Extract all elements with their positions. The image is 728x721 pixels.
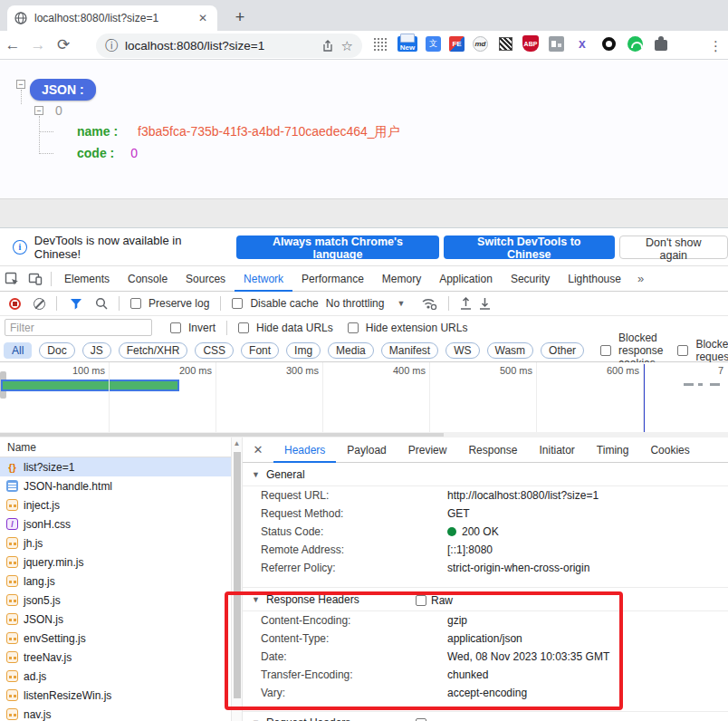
collapse-root-icon[interactable]: −	[16, 80, 25, 89]
type-filter-font[interactable]: Font	[241, 342, 279, 359]
type-filter-media[interactable]: Media	[328, 342, 374, 359]
request-row[interactable]: ad.js	[0, 667, 231, 686]
vertical-scrollbar[interactable]: ▲	[231, 437, 243, 721]
type-filter-other[interactable]: Other	[541, 342, 584, 359]
import-har-icon[interactable]	[460, 297, 472, 310]
hide-data-urls-checkbox[interactable]	[238, 322, 249, 333]
record-network-log-button[interactable]	[9, 298, 21, 310]
detail-tab-cookies[interactable]: Cookies	[639, 437, 700, 463]
request-row[interactable]: jquery.min.js	[0, 553, 231, 572]
json-root-node[interactable]: JSON :	[30, 79, 96, 101]
green-extension-icon[interactable]	[626, 34, 644, 53]
detail-tab-response[interactable]: Response	[457, 437, 528, 463]
devtools-tab-console[interactable]: Console	[119, 266, 177, 292]
name-column-header[interactable]: Name	[0, 437, 231, 457]
search-network-icon[interactable]	[95, 297, 108, 310]
adblock-extension-icon[interactable]: ABP	[522, 35, 539, 52]
network-conditions-icon[interactable]	[421, 297, 437, 310]
more-tabs-button[interactable]: »	[630, 272, 651, 285]
dont-show-again-button[interactable]: Don't show again	[619, 236, 728, 259]
qr-extension-icon[interactable]	[371, 34, 389, 53]
request-row[interactable]: jh.js	[0, 534, 231, 553]
detail-tab-headers[interactable]: Headers	[273, 437, 336, 463]
hide-extension-urls-checkbox[interactable]	[348, 322, 359, 333]
request-row[interactable]: {}list?size=1	[0, 457, 231, 476]
devtools-tab-elements[interactable]: Elements	[55, 266, 119, 292]
type-filter-ws[interactable]: WS	[445, 342, 479, 359]
filter-funnel-icon[interactable]	[70, 298, 82, 310]
request-row[interactable]: lang.js	[0, 572, 231, 591]
devtools-tab-performance[interactable]: Performance	[292, 266, 373, 292]
invert-checkbox[interactable]	[170, 322, 181, 333]
site-info-icon[interactable]: ⓘ	[105, 38, 118, 54]
devtools-tab-security[interactable]: Security	[502, 266, 559, 292]
request-row[interactable]: inject.js	[0, 495, 231, 514]
address-bar[interactable]: ⓘ localhost:8080/list?size=1 ☆	[96, 34, 362, 58]
browser-tab[interactable]: localhost:8080/list?size=1 ✕	[7, 5, 217, 31]
fe-extension-icon[interactable]: FE	[449, 36, 465, 52]
type-filter-css[interactable]: CSS	[195, 342, 234, 359]
back-icon[interactable]: ←	[0, 36, 25, 54]
devtools-tab-network[interactable]: Network	[235, 266, 292, 292]
response-headers-section-header[interactable]: ▼ Response Headers Raw	[243, 588, 728, 611]
detail-tab-payload[interactable]: Payload	[336, 437, 397, 463]
x-extension-icon[interactable]: x	[573, 34, 591, 53]
forward-icon[interactable]: →	[25, 36, 51, 54]
device-toolbar-icon[interactable]	[24, 267, 47, 291]
devtools-tab-memory[interactable]: Memory	[373, 266, 430, 292]
collapse-item-icon[interactable]: −	[34, 106, 43, 115]
switch-chinese-button[interactable]: Switch DevTools to Chinese	[444, 236, 615, 259]
network-overview-timeline[interactable]: 100 ms200 ms300 ms400 ms500 ms600 ms7	[0, 362, 728, 432]
raw-checkbox[interactable]	[416, 595, 426, 606]
new-tab-button[interactable]: +	[228, 5, 252, 29]
type-filter-fetch-xhr[interactable]: Fetch/XHR	[119, 342, 188, 359]
detail-tab-preview[interactable]: Preview	[398, 437, 458, 463]
detail-tab-timing[interactable]: Timing	[586, 437, 640, 463]
preserve-log-checkbox[interactable]	[130, 298, 141, 309]
request-row[interactable]: JSON.js	[0, 610, 231, 629]
devtools-tab-application[interactable]: Application	[430, 266, 502, 292]
type-filter-doc[interactable]: Doc	[39, 342, 74, 359]
bookmark-star-icon[interactable]: ☆	[341, 38, 353, 54]
filter-input[interactable]	[5, 319, 152, 336]
request-row[interactable]: /jsonH.css	[0, 514, 231, 534]
blocked-cookies-checkbox[interactable]	[600, 345, 611, 356]
throttling-dropdown[interactable]: No throttling ▼	[326, 297, 406, 310]
disable-cache-checkbox[interactable]	[232, 298, 243, 309]
devtools-tab-lighthouse[interactable]: Lighthouse	[559, 266, 630, 292]
close-details-icon[interactable]: ✕	[243, 443, 273, 457]
request-row[interactable]: treeNav.js	[0, 648, 231, 667]
reload-icon[interactable]: ⟳	[51, 35, 76, 54]
type-filter-img[interactable]: Img	[286, 342, 321, 359]
extensions-puzzle-icon[interactable]	[652, 34, 670, 53]
address-url[interactable]: localhost:8080/list?size=1	[125, 39, 314, 53]
general-section-header[interactable]: ▼ General	[243, 463, 728, 486]
scroll-up-icon[interactable]: ▲	[232, 439, 242, 447]
type-filter-js[interactable]: JS	[82, 342, 111, 359]
request-row[interactable]: nav.js	[0, 705, 231, 721]
request-row[interactable]: JSON-handle.html	[0, 476, 231, 495]
scrollbar-thumb[interactable]	[0, 433, 444, 437]
match-language-button[interactable]: Always match Chrome's language	[236, 236, 439, 259]
share-icon[interactable]	[321, 40, 334, 53]
export-har-icon[interactable]	[479, 297, 491, 310]
gray-extension-icon[interactable]	[547, 34, 565, 53]
detail-tab-initiator[interactable]: Initiator	[528, 437, 585, 463]
request-row[interactable]: listenResizeWin.js	[0, 686, 231, 705]
devtools-tab-sources[interactable]: Sources	[177, 266, 235, 292]
type-filter-all[interactable]: All	[4, 342, 32, 359]
translate-extension-icon[interactable]: 文	[426, 36, 441, 52]
type-filter-manifest[interactable]: Manifest	[381, 342, 438, 359]
request-row[interactable]: json5.js	[0, 591, 231, 610]
ring-extension-icon[interactable]	[599, 34, 618, 53]
request-headers-section-header[interactable]: ▼ Request Headers	[243, 711, 728, 721]
type-filter-wasm[interactable]: Wasm	[487, 342, 534, 359]
markdown-extension-icon[interactable]: md	[473, 36, 488, 52]
request-row[interactable]: envSetting.js	[0, 629, 231, 648]
tab-close-icon[interactable]: ✕	[196, 12, 210, 24]
inspect-element-icon[interactable]	[0, 267, 24, 291]
scan-extension-icon[interactable]	[496, 34, 514, 53]
blocked-requests-checkbox[interactable]	[677, 345, 688, 356]
scrollbar-thumb[interactable]	[234, 452, 241, 698]
browser-menu-icon[interactable]: ⋮	[708, 38, 724, 54]
